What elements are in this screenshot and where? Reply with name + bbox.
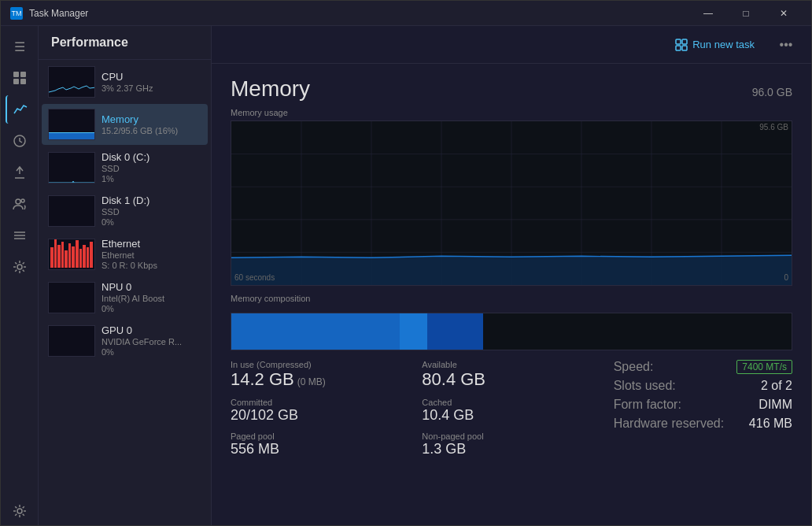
svg-rect-2 <box>13 79 19 84</box>
speed-badge: 7400 MT/s <box>736 360 792 374</box>
form-value: DIMM <box>758 398 792 412</box>
cpu-info: CPU 3% 2.37 GHz <box>102 71 201 93</box>
hamburger-button[interactable]: ☰ <box>6 32 34 61</box>
startup-button[interactable] <box>6 158 34 187</box>
npu-sub: Intel(R) AI Boost <box>102 294 201 303</box>
nav-item-memory[interactable]: Memory 15.2/95.6 GB (16%) <box>42 104 208 145</box>
memory-usage-label: Memory usage <box>231 108 792 117</box>
gpu-name: GPU 0 <box>102 324 201 336</box>
nav-item-gpu[interactable]: GPU 0 NVIDIA GeForce R... 0% <box>42 320 208 361</box>
app-icon: TM <box>10 7 23 20</box>
hw-reserved-row: Hardware reserved: 416 MB <box>614 417 792 431</box>
nav-panel: Performance CPU 3% 2.37 GHz <box>39 26 212 525</box>
gpu-info: GPU 0 NVIDIA GeForce R... 0% <box>102 324 201 357</box>
svg-rect-18 <box>49 326 95 357</box>
more-options-button[interactable]: ••• <box>773 32 799 57</box>
cpu-thumbnail <box>48 66 95 98</box>
comp-modified <box>400 313 428 350</box>
svg-rect-21 <box>682 39 687 44</box>
slots-value: 2 of 2 <box>761 379 792 393</box>
details-button[interactable] <box>6 221 34 250</box>
svg-rect-14 <box>49 196 95 227</box>
svg-rect-23 <box>682 46 687 50</box>
settings-icon-button[interactable] <box>6 497 34 525</box>
ethernet-bars <box>50 239 93 268</box>
inuse-value: 14.2 GB <box>231 369 294 390</box>
services-button[interactable] <box>6 253 34 281</box>
memory-composition-label: Memory composition <box>231 294 792 303</box>
col3-stats: Speed: 7400 MT/s Slots used: 2 of 2 Form… <box>614 360 792 457</box>
form-row: Form factor: DIMM <box>614 398 792 412</box>
ethernet-thumbnail <box>48 239 95 270</box>
disk0-sub2: 1% <box>102 174 201 183</box>
disk1-thumbnail <box>48 195 95 227</box>
disk1-info: Disk 1 (D:) SSD 0% <box>102 194 201 227</box>
nav-item-ethernet[interactable]: Ethernet Ethernet S: 0 R: 0 Kbps <box>42 233 208 275</box>
inuse-sub: (0 MB) <box>297 376 326 387</box>
memory-thumbnail <box>48 109 95 140</box>
cached-value: 10.4 GB <box>422 407 600 424</box>
close-button[interactable]: ✕ <box>766 1 802 26</box>
svg-rect-13 <box>49 153 95 183</box>
users-button[interactable] <box>6 190 34 218</box>
col2-stats: Available 80.4 GB Cached 10.4 GB Non-pag… <box>422 360 600 457</box>
svg-rect-20 <box>676 39 681 44</box>
committed-label: Committed <box>231 398 409 407</box>
nav-header: Performance <box>39 26 211 60</box>
committed-value: 20/102 GB <box>231 407 409 424</box>
speed-row: Speed: 7400 MT/s <box>614 360 792 374</box>
disk0-info: Disk 0 (C:) SSD 1% <box>102 151 201 183</box>
npu-name: NPU 0 <box>102 281 201 293</box>
task-manager-window: TM Task Manager — □ ✕ ☰ <box>0 0 812 526</box>
nav-item-npu[interactable]: NPU 0 Intel(R) AI Boost 0% <box>42 276 208 318</box>
inuse-label: In use (Compressed) <box>231 360 409 369</box>
cached-block: Cached 10.4 GB <box>422 398 600 424</box>
memory-composition-bar <box>231 313 792 350</box>
available-label: Available <box>422 360 600 369</box>
hw-reserved-value: 416 MB <box>749 417 792 431</box>
ethernet-info: Ethernet Ethernet S: 0 R: 0 Kbps <box>102 238 201 270</box>
npu-info: NPU 0 Intel(R) AI Boost 0% <box>102 281 201 313</box>
content-header: Run new task ••• <box>212 26 811 64</box>
svg-rect-0 <box>13 72 19 77</box>
content-area: Run new task ••• Memory 96.0 GB Memory u… <box>212 26 811 525</box>
nav-item-disk0[interactable]: Disk 0 (C:) SSD 1% <box>42 146 208 188</box>
slots-label: Slots used: <box>614 379 676 393</box>
gpu-sub: NVIDIA GeForce R... <box>102 337 201 346</box>
paged-label: Paged pool <box>231 432 409 441</box>
performance-button[interactable] <box>6 95 34 124</box>
comp-standby <box>427 313 483 350</box>
paged-block: Paged pool 556 MB <box>231 432 409 457</box>
svg-rect-1 <box>20 72 26 77</box>
window-controls: — □ ✕ <box>690 1 802 26</box>
inuse-value-row: 14.2 GB (0 MB) <box>231 369 409 390</box>
nonpaged-block: Non-paged pool 1.3 GB <box>422 432 600 457</box>
svg-rect-3 <box>20 79 26 84</box>
run-new-task-button[interactable]: Run new task <box>666 34 764 56</box>
minimize-button[interactable]: — <box>690 1 726 26</box>
run-new-task-label: Run new task <box>692 39 755 50</box>
committed-block: Committed 20/102 GB <box>231 398 409 424</box>
disk0-thumbnail <box>48 152 95 183</box>
maximize-button[interactable]: □ <box>728 1 764 26</box>
window-title: Task Manager <box>29 8 690 19</box>
disk0-sub: SSD <box>102 164 201 173</box>
overview-button[interactable] <box>6 64 34 92</box>
history-button[interactable] <box>6 127 34 155</box>
form-label: Form factor: <box>614 398 681 412</box>
slots-row: Slots used: 2 of 2 <box>614 379 792 393</box>
svg-point-6 <box>16 199 20 204</box>
nav-item-cpu[interactable]: CPU 3% 2.37 GHz <box>42 61 208 102</box>
nav-list: CPU 3% 2.37 GHz Memory 15.2/95.6 GB (16%… <box>39 60 211 525</box>
gpu-thumbnail <box>48 325 95 357</box>
cached-label: Cached <box>422 398 600 407</box>
disk0-name: Disk 0 (C:) <box>102 151 201 163</box>
memory-content: Memory 96.0 GB Memory usage 95.6 GB <box>212 64 811 525</box>
nav-item-disk1[interactable]: Disk 1 (D:) SSD 0% <box>42 190 208 232</box>
svg-point-7 <box>21 199 24 202</box>
disk1-name: Disk 1 (D:) <box>102 194 201 206</box>
ethernet-sub2: S: 0 R: 0 Kbps <box>102 261 201 270</box>
main-area: ☰ <box>1 26 811 525</box>
ethernet-sub: Ethernet <box>102 250 201 260</box>
comp-free <box>483 313 792 350</box>
